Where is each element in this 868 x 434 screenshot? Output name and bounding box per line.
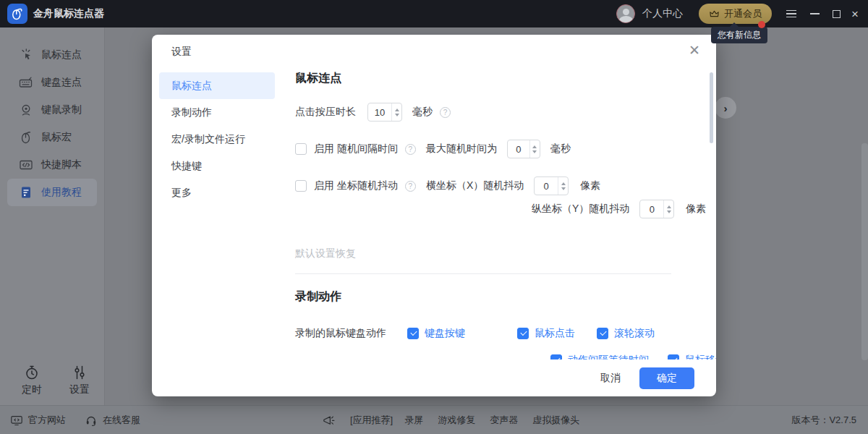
press-duration-value[interactable]: 10 <box>368 103 391 121</box>
random-interval-row: 启用 随机间隔时间 ? 最大随机时间为 0 毫秒 <box>295 140 571 158</box>
sidebar-item-tutorial[interactable]: 使用教程 <box>7 179 97 206</box>
modal-nav-mouse-click[interactable]: 鼠标连点 <box>159 72 275 99</box>
max-random-value[interactable]: 0 <box>508 140 529 158</box>
spin-up-icon[interactable] <box>667 205 671 208</box>
jitter-y-value[interactable]: 0 <box>640 200 663 218</box>
cancel-button[interactable]: 取消 <box>600 372 621 385</box>
mouse-click-checkbox[interactable] <box>517 328 529 339</box>
timer-icon <box>23 364 41 381</box>
footer-bar: 官方网站 在线客服 [应用推荐] 录屏 游戏修复 变声器 虚拟摄像头 版本号：V… <box>0 405 868 434</box>
crown-icon <box>709 9 720 20</box>
spinner-buttons[interactable] <box>391 103 401 121</box>
modal-content: 鼠标连点 点击按压时长 10 毫秒 ? 启用 随机间隔时间 ? 最大随 <box>295 62 678 359</box>
modal-nav: 鼠标连点 录制动作 宏/录制文件运行 快捷键 更多 <box>152 72 282 206</box>
headset-icon <box>85 414 98 427</box>
online-support-link[interactable]: 在线客服 <box>85 414 140 427</box>
promo-link-game-fix[interactable]: 游戏修复 <box>438 414 475 427</box>
modal-title: 设置 <box>171 46 192 59</box>
press-duration-label: 点击按压时长 <box>295 106 356 119</box>
spin-down-icon[interactable] <box>667 210 671 213</box>
help-icon[interactable]: ? <box>440 107 451 118</box>
jitter-row: 启用 坐标随机抖动 ? 横坐标（X）随机抖动 0 像素 <box>295 176 600 195</box>
section-heading-record: 录制动作 <box>295 289 341 305</box>
modal-nav-hotkeys[interactable]: 快捷键 <box>159 153 275 179</box>
keyboard-keys-label: 键盘按键 <box>425 327 465 340</box>
max-random-input[interactable]: 0 <box>507 140 540 158</box>
promo-link-virtual-camera[interactable]: 虚拟摄像头 <box>532 414 579 427</box>
random-interval-label: 启用 随机间隔时间 <box>314 142 398 156</box>
interval-wait-checkbox[interactable] <box>550 354 562 359</box>
press-duration-input[interactable]: 10 <box>367 103 402 122</box>
menu-button[interactable] <box>781 0 801 27</box>
jitter-checkbox[interactable] <box>295 180 307 192</box>
record-options-row: 录制的鼠标键盘动作 键盘按键 鼠标点击 滚轮滚动 <box>295 324 655 343</box>
sidebar-item-mouse-click[interactable]: 鼠标连点 <box>0 41 104 69</box>
modal-scrollbar-thumb[interactable] <box>710 72 713 143</box>
modal-nav-record-actions[interactable]: 录制动作 <box>159 99 275 126</box>
mouse-move-label: 鼠标移动 <box>685 354 716 359</box>
spin-down-icon[interactable] <box>395 114 399 116</box>
window-scrollbar[interactable] <box>861 143 868 360</box>
spinner-buttons[interactable] <box>529 140 540 158</box>
official-site-link[interactable]: 官方网站 <box>10 414 66 427</box>
close-icon: × <box>851 8 859 20</box>
keyboard-keys-checkbox[interactable] <box>407 328 419 339</box>
sidebar-item-record[interactable]: 键鼠录制 <box>0 96 104 124</box>
promo-prefix: [应用推荐] <box>350 414 393 427</box>
close-button[interactable]: × <box>845 0 865 27</box>
settings-label: 设置 <box>69 383 90 396</box>
settings-button[interactable]: 设置 <box>64 364 95 396</box>
spinner-buttons[interactable] <box>663 200 673 218</box>
confirm-button[interactable]: 确定 <box>639 367 694 389</box>
maximize-button[interactable] <box>826 0 846 27</box>
help-icon[interactable]: ? <box>405 181 416 192</box>
sidebar-item-script[interactable]: 快捷脚本 <box>0 151 104 179</box>
sidebar-item-label: 鼠标宏 <box>41 131 72 144</box>
carousel-next-button[interactable]: › <box>715 97 736 119</box>
sidebar: 鼠标连点 键盘连点 键鼠录制 鼠标宏 快捷脚本 <box>0 27 105 405</box>
mouse-move-checkbox[interactable] <box>668 354 679 359</box>
spinner-buttons[interactable] <box>558 177 568 195</box>
spin-up-icon[interactable] <box>395 109 399 111</box>
help-icon[interactable]: ? <box>405 144 416 155</box>
avatar[interactable] <box>616 4 635 23</box>
spin-up-icon[interactable] <box>561 182 566 185</box>
restore-defaults-link[interactable]: 默认设置恢复 <box>295 247 356 260</box>
script-icon <box>19 158 33 172</box>
jitter-x-input[interactable]: 0 <box>534 176 569 195</box>
spin-down-icon[interactable] <box>561 187 566 190</box>
new-message-tooltip: 您有新信息 <box>711 27 767 43</box>
interval-wait-label: 动作间隔等待时间 <box>568 354 649 359</box>
chevron-right-icon: › <box>724 102 728 114</box>
section-heading-mouse-click: 鼠标连点 <box>295 71 341 86</box>
sidebar-item-keyboard-click[interactable]: 键盘连点 <box>0 69 104 96</box>
monitor-icon <box>10 414 23 427</box>
sliders-icon <box>71 364 88 381</box>
app-logo <box>7 4 27 24</box>
timer-label: 定时 <box>22 383 42 396</box>
tutorial-icon <box>19 185 33 200</box>
online-support-label: 在线客服 <box>103 414 140 427</box>
megaphone-icon <box>322 414 336 427</box>
record-options-row-2: 动作间隔等待时间 鼠标移动 <box>550 351 716 359</box>
mouse-macro-icon <box>19 130 33 145</box>
sidebar-item-label: 使用教程 <box>41 186 82 199</box>
jitter-y-input[interactable]: 0 <box>639 200 674 218</box>
modal-nav-macro-file-run[interactable]: 宏/录制文件运行 <box>159 126 275 153</box>
spin-up-icon[interactable] <box>532 145 537 148</box>
wheel-scroll-checkbox[interactable] <box>597 328 608 339</box>
user-center-link[interactable]: 个人中心 <box>642 0 683 27</box>
sidebar-item-mouse-macro[interactable]: 鼠标宏 <box>0 124 104 151</box>
app-title: 金舟鼠标连点器 <box>33 0 104 27</box>
spin-down-icon[interactable] <box>532 150 537 153</box>
modal-close-icon[interactable]: ✕ <box>689 43 700 57</box>
timer-button[interactable]: 定时 <box>16 364 48 396</box>
modal-nav-more[interactable]: 更多 <box>159 179 275 206</box>
promo-link-screen-record[interactable]: 录屏 <box>404 414 423 427</box>
random-interval-checkbox[interactable] <box>295 143 307 155</box>
jitter-x-value[interactable]: 0 <box>535 177 558 195</box>
minimize-icon <box>810 13 820 14</box>
modal-footer: 取消 确定 <box>152 359 716 396</box>
minimize-button[interactable] <box>804 0 825 27</box>
promo-link-voice-changer[interactable]: 变声器 <box>490 414 518 427</box>
